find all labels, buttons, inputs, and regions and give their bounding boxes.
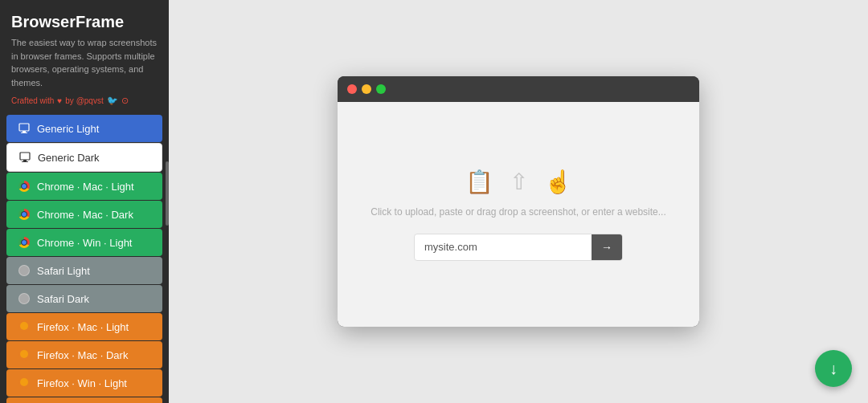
chrome-icon [18, 208, 31, 221]
browser-frame-preview: 📋 ⇧ ☝ Click to upload, paste or drag dro… [338, 76, 699, 327]
sidebar-item-label-generic-light: Generic Light [37, 123, 99, 135]
sidebar-item-chrome-mac-dark[interactable]: Chrome · Mac · Dark [6, 201, 162, 228]
app-credit: Crafted with ♥ by @pqvst 🐦 ⊙ [11, 96, 158, 106]
sidebar-item-generic-light[interactable]: Generic Light [6, 115, 162, 142]
traffic-light-minimize[interactable] [362, 84, 371, 94]
twitter-icon: 🐦 [107, 96, 118, 106]
svg-rect-4 [23, 160, 27, 161]
sidebar-item-label-firefox-mac-dark: Firefox · Mac · Dark [37, 349, 128, 361]
sidebar-item-label-chrome-win-light: Chrome · Win · Light [37, 237, 133, 249]
sidebar-item-label-safari-light: Safari Light [37, 265, 90, 277]
sidebar-item-chrome-mac-light[interactable]: Chrome · Mac · Light [6, 173, 162, 200]
url-bar: → [414, 234, 623, 261]
sidebar-item-label-safari-dark: Safari Dark [37, 293, 89, 305]
traffic-light-close[interactable] [347, 84, 357, 94]
url-submit-button[interactable]: → [592, 234, 622, 260]
upload-instructions: Click to upload, paste or drag drop a sc… [371, 206, 666, 218]
sidebar-item-generic-dark[interactable]: Generic Dark [6, 143, 162, 172]
sidebar-header: BrowserFrame The easiest way to wrap scr… [0, 0, 169, 114]
sidebar-item-firefox-mac-dark[interactable]: Firefox · Mac · Dark [6, 341, 162, 368]
traffic-light-fullscreen[interactable] [376, 84, 386, 94]
svg-rect-5 [22, 161, 28, 162]
sidebar-item-label-firefox-mac-light: Firefox · Mac · Light [37, 321, 129, 333]
sidebar-item-safari-light[interactable]: Safari Light [6, 257, 162, 284]
safari-icon [18, 264, 31, 277]
safari-icon [18, 292, 31, 305]
download-fab[interactable]: ↓ [815, 350, 852, 387]
url-input[interactable] [415, 234, 592, 259]
chrome-icon [18, 180, 31, 193]
sidebar-item-firefox-win-dark[interactable]: Firefox · Win · Dark [6, 397, 162, 403]
monitor-icon [18, 151, 31, 164]
sidebar-item-chrome-win-light[interactable]: Chrome · Win · Light [6, 229, 162, 256]
sidebar-item-firefox-mac-light[interactable]: Firefox · Mac · Light [6, 313, 162, 340]
firefox-icon [18, 320, 31, 333]
firefox-icon [18, 377, 31, 389]
chrome-icon [18, 236, 31, 249]
heart-icon: ♥ [57, 96, 62, 105]
upload-icon-group: 📋 ⇧ ☝ [465, 169, 572, 195]
svg-rect-0 [19, 124, 29, 131]
browser-content-area: 📋 ⇧ ☝ Click to upload, paste or drag dro… [338, 102, 699, 327]
pointer-icon: ☝ [544, 169, 572, 195]
sidebar: BrowserFrame The easiest way to wrap scr… [0, 0, 169, 403]
sidebar-item-firefox-win-light[interactable]: Firefox · Win · Light [6, 369, 162, 397]
browser-titlebar [338, 76, 699, 102]
svg-rect-1 [23, 131, 26, 132]
sidebar-item-label-firefox-win-light: Firefox · Win · Light [37, 377, 127, 389]
app-title: BrowserFrame [11, 13, 158, 31]
github-icon: ⊙ [121, 96, 129, 106]
sidebar-item-label-chrome-mac-dark: Chrome · Mac · Dark [37, 209, 133, 221]
copy-icon: 📋 [465, 169, 493, 195]
firefox-icon [18, 348, 31, 361]
main-content: 📋 ⇧ ☝ Click to upload, paste or drag dro… [169, 0, 868, 403]
sidebar-item-label-chrome-mac-light: Chrome · Mac · Light [37, 181, 134, 193]
svg-rect-3 [20, 153, 30, 160]
upload-icon: ⇧ [510, 169, 528, 195]
svg-rect-2 [21, 132, 27, 133]
nav-list: Generic LightGeneric DarkChrome · Mac · … [0, 114, 169, 403]
app-description: The easiest way to wrap screenshots in b… [11, 36, 158, 89]
sidebar-item-safari-dark[interactable]: Safari Dark [6, 285, 162, 312]
sidebar-item-label-generic-dark: Generic Dark [38, 152, 100, 164]
monitor-icon [18, 122, 31, 135]
